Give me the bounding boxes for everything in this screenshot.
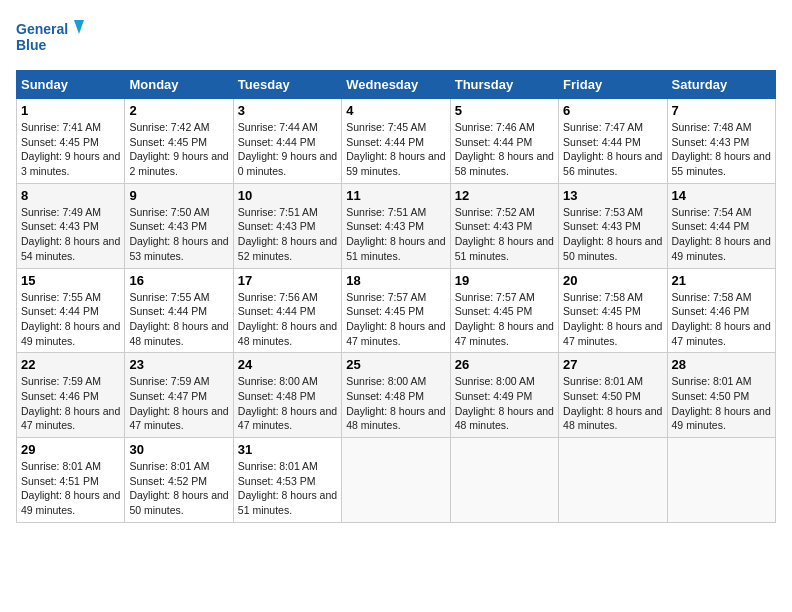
day-info: Sunrise: 7:55 AMSunset: 4:44 PMDaylight:… <box>21 291 120 347</box>
day-info: Sunrise: 7:52 AMSunset: 4:43 PMDaylight:… <box>455 206 554 262</box>
calendar-cell: 25 Sunrise: 8:00 AMSunset: 4:48 PMDaylig… <box>342 353 450 438</box>
day-number: 7 <box>672 103 771 118</box>
calendar-cell: 28 Sunrise: 8:01 AMSunset: 4:50 PMDaylig… <box>667 353 775 438</box>
day-info: Sunrise: 7:44 AMSunset: 4:44 PMDaylight:… <box>238 121 337 177</box>
weekday-header-sunday: Sunday <box>17 71 125 99</box>
calendar-cell: 18 Sunrise: 7:57 AMSunset: 4:45 PMDaylig… <box>342 268 450 353</box>
day-info: Sunrise: 7:54 AMSunset: 4:44 PMDaylight:… <box>672 206 771 262</box>
day-info: Sunrise: 7:51 AMSunset: 4:43 PMDaylight:… <box>238 206 337 262</box>
day-number: 17 <box>238 273 337 288</box>
day-number: 8 <box>21 188 120 203</box>
day-info: Sunrise: 7:48 AMSunset: 4:43 PMDaylight:… <box>672 121 771 177</box>
calendar-cell: 12 Sunrise: 7:52 AMSunset: 4:43 PMDaylig… <box>450 183 558 268</box>
day-info: Sunrise: 7:51 AMSunset: 4:43 PMDaylight:… <box>346 206 445 262</box>
day-info: Sunrise: 7:59 AMSunset: 4:46 PMDaylight:… <box>21 375 120 431</box>
day-number: 11 <box>346 188 445 203</box>
day-number: 9 <box>129 188 228 203</box>
day-info: Sunrise: 7:45 AMSunset: 4:44 PMDaylight:… <box>346 121 445 177</box>
day-number: 20 <box>563 273 662 288</box>
calendar-cell: 8 Sunrise: 7:49 AMSunset: 4:43 PMDayligh… <box>17 183 125 268</box>
calendar-cell: 17 Sunrise: 7:56 AMSunset: 4:44 PMDaylig… <box>233 268 341 353</box>
logo: General Blue <box>16 16 86 58</box>
calendar-cell <box>559 438 667 523</box>
day-info: Sunrise: 7:53 AMSunset: 4:43 PMDaylight:… <box>563 206 662 262</box>
weekday-header-thursday: Thursday <box>450 71 558 99</box>
day-info: Sunrise: 8:00 AMSunset: 4:48 PMDaylight:… <box>346 375 445 431</box>
day-number: 6 <box>563 103 662 118</box>
day-info: Sunrise: 8:01 AMSunset: 4:50 PMDaylight:… <box>672 375 771 431</box>
day-number: 15 <box>21 273 120 288</box>
day-number: 4 <box>346 103 445 118</box>
day-number: 22 <box>21 357 120 372</box>
calendar-cell: 9 Sunrise: 7:50 AMSunset: 4:43 PMDayligh… <box>125 183 233 268</box>
day-number: 26 <box>455 357 554 372</box>
calendar-cell: 24 Sunrise: 8:00 AMSunset: 4:48 PMDaylig… <box>233 353 341 438</box>
calendar-cell: 7 Sunrise: 7:48 AMSunset: 4:43 PMDayligh… <box>667 99 775 184</box>
calendar-cell: 16 Sunrise: 7:55 AMSunset: 4:44 PMDaylig… <box>125 268 233 353</box>
calendar-cell: 4 Sunrise: 7:45 AMSunset: 4:44 PMDayligh… <box>342 99 450 184</box>
day-info: Sunrise: 7:41 AMSunset: 4:45 PMDaylight:… <box>21 121 120 177</box>
day-number: 18 <box>346 273 445 288</box>
day-info: Sunrise: 8:01 AMSunset: 4:50 PMDaylight:… <box>563 375 662 431</box>
calendar-cell: 13 Sunrise: 7:53 AMSunset: 4:43 PMDaylig… <box>559 183 667 268</box>
weekday-header-friday: Friday <box>559 71 667 99</box>
day-info: Sunrise: 7:59 AMSunset: 4:47 PMDaylight:… <box>129 375 228 431</box>
day-number: 14 <box>672 188 771 203</box>
calendar-week-1: 1 Sunrise: 7:41 AMSunset: 4:45 PMDayligh… <box>17 99 776 184</box>
day-number: 1 <box>21 103 120 118</box>
svg-marker-2 <box>74 20 84 34</box>
day-info: Sunrise: 7:57 AMSunset: 4:45 PMDaylight:… <box>455 291 554 347</box>
calendar-cell <box>450 438 558 523</box>
day-number: 29 <box>21 442 120 457</box>
weekday-header-wednesday: Wednesday <box>342 71 450 99</box>
svg-text:Blue: Blue <box>16 37 47 53</box>
calendar-cell: 10 Sunrise: 7:51 AMSunset: 4:43 PMDaylig… <box>233 183 341 268</box>
day-number: 31 <box>238 442 337 457</box>
calendar-table: SundayMondayTuesdayWednesdayThursdayFrid… <box>16 70 776 523</box>
calendar-cell: 1 Sunrise: 7:41 AMSunset: 4:45 PMDayligh… <box>17 99 125 184</box>
calendar-cell <box>342 438 450 523</box>
day-number: 3 <box>238 103 337 118</box>
day-number: 25 <box>346 357 445 372</box>
calendar-cell <box>667 438 775 523</box>
calendar-week-3: 15 Sunrise: 7:55 AMSunset: 4:44 PMDaylig… <box>17 268 776 353</box>
calendar-cell: 19 Sunrise: 7:57 AMSunset: 4:45 PMDaylig… <box>450 268 558 353</box>
calendar-week-4: 22 Sunrise: 7:59 AMSunset: 4:46 PMDaylig… <box>17 353 776 438</box>
calendar-cell: 23 Sunrise: 7:59 AMSunset: 4:47 PMDaylig… <box>125 353 233 438</box>
day-info: Sunrise: 8:01 AMSunset: 4:52 PMDaylight:… <box>129 460 228 516</box>
logo-svg: General Blue <box>16 16 86 58</box>
day-info: Sunrise: 7:58 AMSunset: 4:45 PMDaylight:… <box>563 291 662 347</box>
calendar-cell: 31 Sunrise: 8:01 AMSunset: 4:53 PMDaylig… <box>233 438 341 523</box>
day-info: Sunrise: 7:55 AMSunset: 4:44 PMDaylight:… <box>129 291 228 347</box>
calendar-cell: 3 Sunrise: 7:44 AMSunset: 4:44 PMDayligh… <box>233 99 341 184</box>
day-number: 19 <box>455 273 554 288</box>
day-info: Sunrise: 7:56 AMSunset: 4:44 PMDaylight:… <box>238 291 337 347</box>
svg-text:General: General <box>16 21 68 37</box>
calendar-cell: 11 Sunrise: 7:51 AMSunset: 4:43 PMDaylig… <box>342 183 450 268</box>
day-info: Sunrise: 7:49 AMSunset: 4:43 PMDaylight:… <box>21 206 120 262</box>
day-number: 24 <box>238 357 337 372</box>
day-info: Sunrise: 7:50 AMSunset: 4:43 PMDaylight:… <box>129 206 228 262</box>
day-number: 2 <box>129 103 228 118</box>
day-number: 5 <box>455 103 554 118</box>
calendar-cell: 20 Sunrise: 7:58 AMSunset: 4:45 PMDaylig… <box>559 268 667 353</box>
day-info: Sunrise: 8:01 AMSunset: 4:51 PMDaylight:… <box>21 460 120 516</box>
day-info: Sunrise: 8:00 AMSunset: 4:48 PMDaylight:… <box>238 375 337 431</box>
weekday-header-tuesday: Tuesday <box>233 71 341 99</box>
calendar-cell: 21 Sunrise: 7:58 AMSunset: 4:46 PMDaylig… <box>667 268 775 353</box>
day-number: 28 <box>672 357 771 372</box>
day-number: 13 <box>563 188 662 203</box>
day-number: 23 <box>129 357 228 372</box>
calendar-cell: 5 Sunrise: 7:46 AMSunset: 4:44 PMDayligh… <box>450 99 558 184</box>
calendar-cell: 14 Sunrise: 7:54 AMSunset: 4:44 PMDaylig… <box>667 183 775 268</box>
day-info: Sunrise: 8:01 AMSunset: 4:53 PMDaylight:… <box>238 460 337 516</box>
calendar-cell: 30 Sunrise: 8:01 AMSunset: 4:52 PMDaylig… <box>125 438 233 523</box>
calendar-week-2: 8 Sunrise: 7:49 AMSunset: 4:43 PMDayligh… <box>17 183 776 268</box>
day-info: Sunrise: 7:58 AMSunset: 4:46 PMDaylight:… <box>672 291 771 347</box>
page-header: General Blue <box>16 16 776 58</box>
day-number: 21 <box>672 273 771 288</box>
day-info: Sunrise: 8:00 AMSunset: 4:49 PMDaylight:… <box>455 375 554 431</box>
day-info: Sunrise: 7:42 AMSunset: 4:45 PMDaylight:… <box>129 121 228 177</box>
calendar-cell: 26 Sunrise: 8:00 AMSunset: 4:49 PMDaylig… <box>450 353 558 438</box>
calendar-cell: 6 Sunrise: 7:47 AMSunset: 4:44 PMDayligh… <box>559 99 667 184</box>
